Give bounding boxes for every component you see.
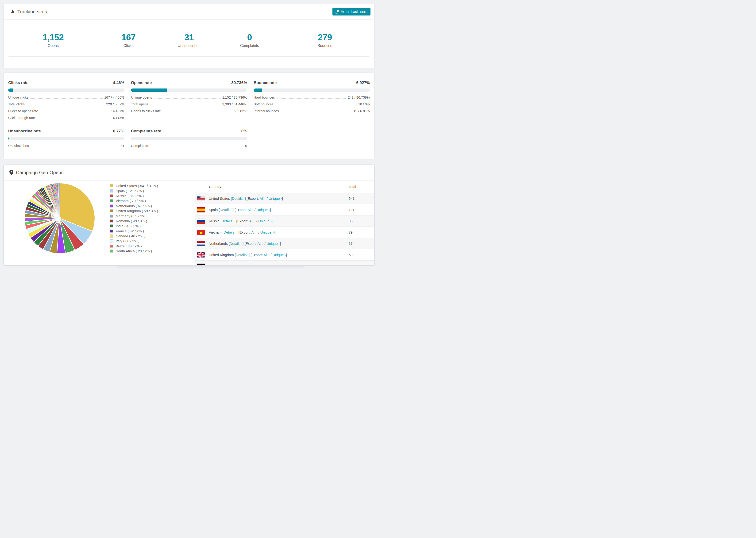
- summary-box-complaints: 0Complaints: [219, 24, 280, 56]
- dotted-leader: [40, 112, 109, 112]
- legend-item-united-kingdom: United Kingdom ( 59 / 3% ): [110, 208, 158, 213]
- summary-label-clicks: Clicks: [124, 44, 134, 48]
- rate-detail-row-total-clicks: Total clicks220 / 5.87%: [8, 102, 125, 109]
- detail-label: Complaints: [131, 144, 148, 148]
- details-link[interactable]: Details ›: [232, 196, 244, 200]
- details-link[interactable]: Details ›: [224, 230, 237, 234]
- summary-value-clicks: 167: [121, 32, 135, 42]
- summary-value-complaints: 0: [247, 32, 252, 42]
- detail-value: 220 / 5.87%: [106, 102, 124, 106]
- export-unique-link[interactable]: Unique ›: [269, 196, 282, 200]
- export-unique-link[interactable]: Unique ›: [266, 242, 280, 245]
- detail-label: Unsubscribes: [8, 144, 29, 148]
- legend-swatch: [110, 215, 113, 218]
- details-link[interactable]: Details ›: [230, 242, 243, 245]
- total-cell: 86: [349, 219, 374, 223]
- summary-label-complaints: Complaints: [240, 44, 259, 48]
- dotted-leader: [30, 147, 119, 147]
- rate-value: 4.46%: [113, 81, 124, 85]
- country-row-spain: Spain [Details ›] [Export: All › / Uniqu…: [195, 204, 374, 215]
- summary-value-opens: 1,152: [42, 32, 64, 42]
- export-all-link[interactable]: All ›: [247, 208, 253, 212]
- country-column-header: Country: [195, 185, 349, 189]
- pie-center: [58, 217, 61, 220]
- rate-progress-fill: [8, 88, 13, 92]
- rate-cell-unsubscribe-rate: Unsubscribe rate0.77%Unsubscribes31: [8, 129, 125, 151]
- legend-item-united-states: United States ( 541 / 31% ): [110, 183, 158, 188]
- rate-detail-row-unique-opens: Unique opens1,152 / 30.736%: [131, 95, 247, 102]
- legend-item-netherlands: Netherlands ( 67 / 4% ): [110, 203, 158, 208]
- flag-icon-es: [197, 207, 205, 212]
- detail-label: Unique opens: [131, 95, 152, 99]
- legend-item-vietnam: Vietnam ( 79 / 5% ): [110, 198, 158, 203]
- export-unique-link[interactable]: Unique ›: [273, 253, 286, 257]
- legend-swatch: [110, 219, 113, 223]
- legend-swatch: [110, 240, 113, 242]
- legend-item-germany: Germany ( 55 / 3% ): [110, 213, 158, 218]
- country-cell: Spain [Details ›] [Export: All › / Uniqu…: [209, 208, 349, 212]
- rate-cell-complaints-rate: Complaints rate0%Complaints0: [131, 129, 247, 151]
- export-all-link[interactable]: All ›: [263, 253, 270, 257]
- country-cell: Netherlands [Details ›] [Export: All › /…: [209, 242, 349, 245]
- country-cell: United Kingdom [Details ›] [Export: All …: [209, 253, 349, 257]
- export-all-link[interactable]: All ›: [251, 230, 257, 234]
- rate-detail-row-unique-clicks: Unique clicks167 / 4.456%: [8, 95, 125, 102]
- legend-label: Germany ( 55 / 3% ): [116, 214, 147, 218]
- legend-label: United States ( 541 / 31% ): [116, 184, 158, 188]
- legend-item-canada: Canada ( 40 / 2% ): [110, 234, 158, 239]
- detail-value: 689.82%: [234, 109, 247, 113]
- export-basic-stats-button[interactable]: Export basic stats: [333, 8, 370, 16]
- bar-chart-icon: [10, 10, 15, 14]
- details-link[interactable]: Details ›: [220, 208, 233, 212]
- flag-icon-vn: [197, 230, 205, 235]
- rate-title: Bounce rate: [253, 81, 277, 85]
- flag-icon-nl: [197, 241, 205, 246]
- detail-value: 14.497%: [111, 109, 124, 113]
- total-cell: 121: [349, 208, 374, 212]
- rate-cell-clicks-rate: Clicks rate4.46%Unique clicks167 / 4.456…: [8, 81, 125, 123]
- details-link[interactable]: Details ›: [236, 253, 249, 257]
- export-unique-link[interactable]: Unique ›: [256, 208, 270, 212]
- total-column-header: Total: [349, 185, 374, 189]
- detail-value: 167 / 4.456%: [104, 95, 124, 99]
- legend-swatch: [110, 235, 113, 238]
- geo-body: United States ( 541 / 31% )Spain ( 121 /…: [4, 181, 374, 265]
- legend-item-italy: Italy ( 36 / 2% ): [110, 239, 158, 243]
- export-all-link[interactable]: All ›: [249, 219, 255, 223]
- export-icon: [336, 10, 339, 14]
- rate-detail-row-unsubscribes: Unsubscribes31: [8, 144, 125, 151]
- dotted-leader: [277, 98, 346, 99]
- rate-detail-row-soft-bounces: Soft bounces18 / 0%: [253, 102, 370, 109]
- export-all-link[interactable]: All ›: [257, 242, 264, 245]
- export-unique-link[interactable]: Unique ›: [260, 230, 274, 234]
- detail-label: Internal bounces: [253, 109, 279, 113]
- country-row-germany: Germany [Details ›] [Export: All › / Uni…: [195, 260, 374, 265]
- rate-progress-bar: [131, 137, 247, 140]
- country-cell: Vietnam [Details ›] [Export: All › / Uni…: [209, 230, 349, 234]
- rates-card: Clicks rate4.46%Unique clicks167 / 4.456…: [4, 72, 374, 159]
- tracking-stats-card: Tracking stats Export basic stats 1,152O…: [4, 4, 374, 68]
- country-row-russia: Russia [Details ›] [Export: All › / Uniq…: [195, 215, 374, 227]
- rate-title: Unsubscribe rate: [8, 129, 41, 134]
- export-all-link[interactable]: All ›: [260, 196, 266, 200]
- detail-value: 1,152 / 30.736%: [222, 95, 247, 99]
- tracking-stats-header: Tracking stats Export basic stats: [4, 4, 374, 20]
- legend-label: Spain ( 121 / 7% ): [116, 189, 144, 193]
- summary-value-bounces: 279: [318, 32, 332, 42]
- detail-value: 2,303 / 61.446%: [222, 102, 247, 106]
- campaign-geo-opens-card: Campaign Geo Opens United States ( 541 /…: [4, 165, 374, 265]
- export-unique-link[interactable]: Unique ›: [258, 219, 272, 223]
- total-cell: 541: [349, 196, 374, 200]
- country-cell: Russia [Details ›] [Export: All › / Uniq…: [209, 219, 349, 223]
- legend-label: Italy ( 36 / 2% ): [116, 239, 139, 243]
- geo-opens-pie-chart[interactable]: [24, 183, 95, 254]
- legend-swatch: [110, 189, 113, 192]
- summary-box-unsubscribes: 31Unsubscribes: [159, 24, 220, 56]
- dotted-leader: [30, 98, 103, 99]
- rate-detail-row-hard-bounces: Hard bounces242 / 86.738%: [253, 95, 370, 102]
- details-link[interactable]: Details ›: [221, 219, 234, 223]
- summary-label-opens: Opens: [48, 44, 59, 48]
- country-row-united-states: United States [Details ›] [Export: All ›…: [195, 193, 374, 204]
- detail-value: 4.147%: [113, 116, 124, 120]
- legend-item-romania: Romania ( 49 / 3% ): [110, 219, 158, 224]
